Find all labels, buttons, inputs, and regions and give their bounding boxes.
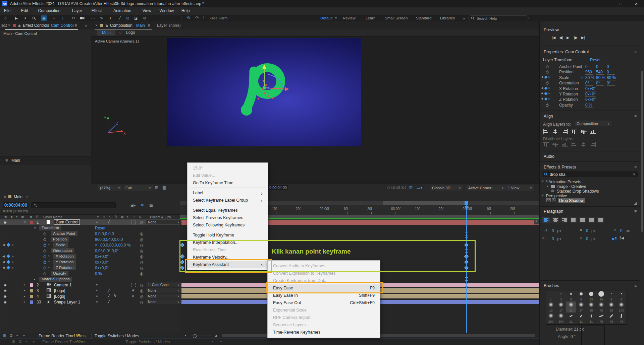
property-value[interactable]: 0x+0°: [585, 86, 596, 91]
link-icon[interactable]: ∞: [95, 243, 97, 247]
distribute-icon[interactable]: [543, 142, 549, 147]
motion-blur-icon[interactable]: ▦: [149, 203, 153, 208]
property-value[interactable]: 0,0°,0,0°,0,0°: [95, 249, 119, 253]
parent-link-column-header[interactable]: Parent & Link: [150, 215, 171, 219]
renderer-dropdown[interactable]: Classic 3D∨: [430, 185, 463, 191]
panel-menu-icon[interactable]: ≡: [634, 50, 637, 54]
effects-switch-icon[interactable]: fx: [114, 294, 116, 298]
keyframe-nav-diamond-icon[interactable]: [6, 260, 10, 264]
keyframe-nav-next-icon[interactable]: ▶: [12, 266, 14, 269]
collapse-switch-icon[interactable]: ∗: [96, 289, 98, 292]
panel-menu-icon[interactable]: ≡: [26, 195, 28, 199]
layer-visibility-icon[interactable]: ◉: [4, 220, 7, 224]
paragraph-direction-ltr-button[interactable]: ▶¶: [611, 235, 618, 242]
property-name[interactable]: Orientation: [51, 248, 74, 253]
pan-camera-tool-icon[interactable]: ✛: [51, 15, 57, 21]
layer-name[interactable]: [Logo]: [54, 294, 65, 299]
composition-mini-flowchart-icon[interactable]: ⊞▾: [130, 203, 136, 208]
property-value[interactable]: 0x+0°: [585, 97, 596, 102]
distribute-icon[interactable]: [571, 142, 577, 147]
brush-preset[interactable]: 35: [586, 301, 596, 313]
zoom-tool-icon[interactable]: [31, 15, 37, 21]
twirl-icon[interactable]: ∨: [546, 184, 549, 188]
context-menu-item-go-to-keyframe-time[interactable]: Go To Keyframe Time: [187, 179, 268, 187]
label-color-chip[interactable]: [8, 195, 11, 198]
brush-preset[interactable]: 300: [556, 313, 566, 324]
view-layout-grid-icon[interactable]: ⊞: [409, 185, 413, 190]
twirl-icon[interactable]: ∨: [24, 220, 26, 224]
tree-item-stacked-drop-shadows[interactable]: Stacked Drop Shadows: [557, 189, 599, 194]
pickwhip-icon[interactable]: ◎: [140, 243, 143, 248]
stopwatch-icon[interactable]: [43, 232, 46, 235]
preview-next-frame-button[interactable]: |▶: [574, 36, 578, 40]
property-value[interactable]: 0,0,0,0,0,0: [95, 231, 114, 236]
maximize-button[interactable]: □: [613, 0, 629, 7]
property-value[interactable]: 0 %: [585, 103, 593, 108]
align-right-icon[interactable]: [562, 129, 568, 134]
workspace-tab-standard[interactable]: Standard: [416, 16, 432, 20]
collapse-switch-icon[interactable]: ∗: [96, 300, 98, 303]
camera-view-dropdown[interactable]: Active Camer...∨: [466, 185, 506, 191]
pen-tool-icon[interactable]: ✎: [99, 15, 105, 21]
layer-visibility-icon[interactable]: ◉: [4, 289, 7, 292]
align-text-center-button[interactable]: [551, 217, 559, 223]
viewport-timecode[interactable]: 0:00:04:00: [268, 185, 288, 190]
keyframe-nav-diamond-icon[interactable]: [544, 97, 548, 101]
property-value[interactable]: 80,0,80,0,80,0 %: [100, 243, 131, 248]
align-text-right-button[interactable]: [560, 217, 568, 223]
twirl-icon[interactable]: ▸: [24, 300, 25, 303]
comp-tab-logo[interactable]: Logo: [126, 30, 135, 35]
parent-link-dropdown[interactable]: None∨: [146, 299, 181, 304]
layer-label-chip[interactable]: [30, 295, 33, 298]
clear-search-icon[interactable]: ×: [633, 172, 635, 177]
resolution-dropdown[interactable]: Full∨: [123, 185, 153, 191]
property-value[interactable]: 0x+0,0°: [95, 254, 109, 259]
layer-name[interactable]: Camera 1: [54, 283, 72, 287]
help-search-box[interactable]: Search Help: [468, 15, 529, 21]
time-navigator-handle[interactable]: [383, 201, 465, 205]
effect-controls-tab-target[interactable]: Cam Control: [51, 23, 73, 28]
pickwhip-icon[interactable]: ◎: [140, 254, 143, 259]
justify-last-left-button[interactable]: [570, 217, 577, 223]
brush-angle-value[interactable]: 0 °: [571, 334, 576, 339]
brush-preset[interactable]: 45: [616, 313, 626, 324]
parent-link-dropdown[interactable]: None∨: [146, 294, 181, 298]
property-value[interactable]: 0x+0°: [585, 92, 596, 97]
layer-label-chip[interactable]: [30, 300, 33, 304]
menu-effect[interactable]: Effect: [92, 8, 102, 13]
lasso-icon[interactable]: ↷: [195, 15, 199, 20]
twirl-icon[interactable]: ▸: [24, 283, 25, 286]
lock-icon[interactable]: [18, 24, 21, 27]
minimize-button[interactable]: —: [598, 0, 613, 7]
space-before-field[interactable]: 0: [620, 228, 623, 233]
align-vertical-center-icon[interactable]: [581, 129, 587, 134]
tab-close-icon[interactable]: ×: [95, 23, 98, 28]
brush-preset[interactable]: 45: [596, 301, 606, 313]
keyframe-nav-diamond-icon[interactable]: [6, 243, 10, 247]
panel-menu-icon[interactable]: ≡: [634, 283, 637, 288]
camera-tool-icon[interactable]: [79, 15, 85, 21]
context-menu-item-select-keyframe-label-group[interactable]: Select Keyframe Label Group›: [187, 197, 268, 204]
frame-blending-icon[interactable]: ≋: [141, 203, 144, 208]
comp-marker-bin-icon[interactable]: ≡: [534, 219, 539, 224]
justify-all-button[interactable]: [597, 217, 604, 223]
workspace-tab-learn[interactable]: Learn: [366, 16, 375, 20]
brush-preset[interactable]: 21: [566, 301, 576, 313]
layer-visibility-icon[interactable]: ◉: [4, 300, 7, 304]
brush-preset[interactable]: 100: [616, 301, 626, 313]
context-menu-item-select-following-keyframes[interactable]: Select Following Keyframes: [187, 221, 268, 229]
parent-pickwhip-icon[interactable]: ◎: [140, 294, 143, 299]
align-text-left-button[interactable]: [542, 217, 550, 223]
property-value[interactable]: 0: [585, 64, 593, 69]
keyframe-nav-diamond-icon[interactable]: [544, 86, 548, 90]
monitor-icon[interactable]: ▭▾: [417, 185, 422, 190]
layer-name[interactable]: Shape Layer 1: [54, 300, 80, 304]
close-button[interactable]: ×: [629, 0, 644, 7]
keyframe-nav-diamond-icon[interactable]: [544, 92, 548, 95]
preview-go-to-start-button[interactable]: |◀: [552, 36, 555, 40]
twirl-icon[interactable]: ▸: [24, 294, 25, 298]
time-navigator-end-handle[interactable]: [465, 201, 468, 205]
brush-preset[interactable]: 9: [576, 290, 586, 301]
menu-composition[interactable]: Composition: [38, 8, 61, 13]
submenu-item-time-reverse-keyframes[interactable]: Time-Reverse Keyframes: [268, 329, 380, 336]
